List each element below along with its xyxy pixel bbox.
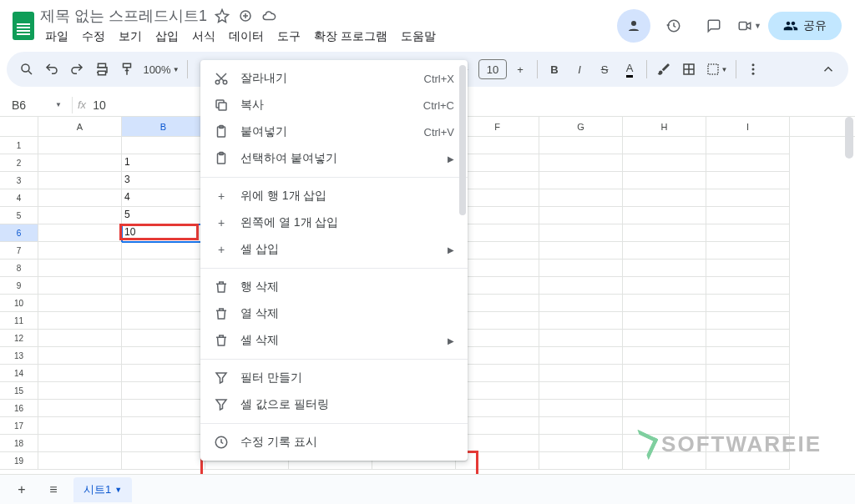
cell[interactable] — [38, 295, 122, 312]
history-icon[interactable] — [657, 9, 691, 43]
row-header[interactable]: 11 — [0, 312, 38, 330]
cell[interactable] — [456, 330, 539, 347]
menu-view[interactable]: 보기 — [114, 28, 147, 46]
cell[interactable] — [623, 347, 706, 365]
cell[interactable] — [539, 330, 623, 347]
row-header[interactable]: 8 — [0, 260, 38, 277]
column-header[interactable]: H — [623, 117, 706, 136]
account-icon[interactable] — [617, 9, 650, 43]
cell[interactable] — [456, 347, 539, 365]
fill-color-button[interactable] — [652, 58, 675, 81]
row-header[interactable]: 14 — [0, 365, 38, 382]
row-header[interactable]: 5 — [0, 207, 38, 224]
text-color-button[interactable]: A — [618, 58, 641, 81]
cell[interactable] — [539, 382, 623, 400]
menu-delete-row[interactable]: 행 삭제 — [200, 274, 468, 300]
cell[interactable] — [539, 312, 623, 330]
comments-icon[interactable] — [697, 9, 731, 43]
more-toolbar-button[interactable] — [741, 58, 765, 81]
cell[interactable] — [623, 382, 706, 400]
cell[interactable] — [539, 137, 623, 154]
row-header[interactable]: 6 — [0, 224, 38, 242]
cell[interactable] — [539, 295, 623, 312]
menu-insert-row-above[interactable]: + 위에 행 1개 삽입 — [200, 183, 468, 209]
cell[interactable] — [539, 260, 623, 277]
cell[interactable] — [706, 365, 790, 382]
cell[interactable] — [456, 224, 539, 242]
cloud-status-icon[interactable] — [261, 8, 277, 24]
cell[interactable] — [539, 417, 623, 435]
cell[interactable] — [122, 137, 205, 154]
cell[interactable] — [539, 277, 623, 295]
merge-cells-button[interactable]: ▼ — [702, 58, 731, 81]
cell[interactable] — [623, 295, 706, 312]
move-icon[interactable] — [237, 8, 254, 24]
meet-icon[interactable]: ▼ — [737, 9, 761, 43]
menu-paste-special[interactable]: 선택하여 붙여넣기 ▶ — [200, 145, 468, 172]
menu-cut[interactable]: 잘라내기 Ctrl+X — [200, 65, 468, 92]
row-header[interactable]: 16 — [0, 400, 38, 417]
cell[interactable] — [706, 260, 790, 277]
increase-font-button[interactable]: + — [508, 58, 532, 81]
cell[interactable] — [623, 277, 706, 295]
cell[interactable] — [38, 312, 122, 330]
cell[interactable] — [122, 382, 205, 400]
cell[interactable] — [623, 242, 706, 260]
cell[interactable] — [456, 382, 539, 400]
formula-input[interactable]: 10 — [93, 98, 106, 112]
cell[interactable] — [706, 312, 790, 330]
cell[interactable] — [122, 260, 205, 277]
cell[interactable] — [706, 189, 790, 207]
star-icon[interactable] — [214, 8, 230, 24]
cell[interactable] — [38, 435, 122, 452]
cell[interactable] — [456, 137, 539, 154]
cell[interactable] — [706, 207, 790, 224]
cell[interactable] — [38, 242, 122, 260]
cell[interactable] — [623, 224, 706, 242]
cell[interactable] — [539, 172, 623, 189]
cell[interactable] — [456, 365, 539, 382]
cell[interactable] — [456, 277, 539, 295]
row-header[interactable]: 17 — [0, 417, 38, 435]
row-header[interactable]: 15 — [0, 382, 38, 400]
cell[interactable] — [122, 295, 205, 312]
cell[interactable] — [122, 242, 205, 260]
cell[interactable] — [539, 400, 623, 417]
cell[interactable] — [623, 137, 706, 154]
cell[interactable] — [706, 224, 790, 242]
cell[interactable] — [122, 330, 205, 347]
cell[interactable] — [122, 347, 205, 365]
cell[interactable]: 3 — [122, 172, 205, 189]
cell[interactable] — [706, 242, 790, 260]
cell[interactable] — [706, 330, 790, 347]
strikethrough-button[interactable]: S — [593, 58, 616, 81]
cell[interactable] — [539, 435, 623, 452]
cell[interactable] — [38, 207, 122, 224]
menu-insert-col-left[interactable]: + 왼쪽에 열 1개 삽입 — [200, 209, 468, 236]
cell[interactable]: 1 — [122, 154, 205, 172]
context-menu-scrollbar[interactable] — [459, 65, 466, 344]
cell[interactable] — [623, 154, 706, 172]
sheet-tab[interactable]: 시트1 ▼ — [73, 477, 132, 502]
row-header[interactable]: 1 — [0, 137, 38, 154]
cell[interactable] — [456, 189, 539, 207]
cell[interactable] — [38, 330, 122, 347]
cell[interactable] — [122, 365, 205, 382]
italic-button[interactable]: I — [568, 58, 591, 81]
cell[interactable] — [38, 452, 122, 470]
cell[interactable] — [623, 417, 706, 435]
cell[interactable] — [456, 295, 539, 312]
cell[interactable] — [38, 347, 122, 365]
print-button[interactable] — [90, 58, 114, 81]
row-header[interactable]: 13 — [0, 347, 38, 365]
cell[interactable] — [122, 452, 205, 470]
menu-create-filter[interactable]: 필터 만들기 — [200, 365, 468, 391]
cell[interactable] — [623, 172, 706, 189]
cell[interactable] — [38, 224, 122, 242]
cell[interactable] — [456, 260, 539, 277]
menu-help[interactable]: 도움말 — [396, 28, 441, 46]
cell[interactable] — [38, 189, 122, 207]
cell[interactable] — [623, 452, 706, 470]
cell[interactable] — [539, 347, 623, 365]
cell[interactable] — [706, 172, 790, 189]
